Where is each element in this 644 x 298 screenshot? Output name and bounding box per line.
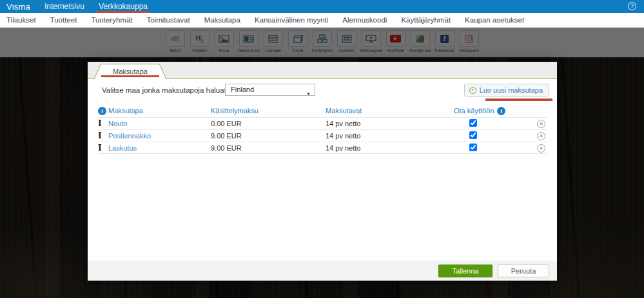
nav-item-kaupan-asetukset[interactable]: Kaupan asetukset xyxy=(465,16,524,24)
help-icon[interactable]: ? xyxy=(628,2,636,10)
nav-item-alennuskoodi[interactable]: Alennuskoodi xyxy=(342,16,387,24)
delete-row-icon[interactable]: ✕ xyxy=(537,132,545,140)
payment-method-link[interactable]: Nouto xyxy=(108,120,211,127)
fee-value: 9.00 EUR xyxy=(211,132,326,140)
save-button[interactable]: Tallenna xyxy=(438,265,493,277)
fee-value: 0.00 EUR xyxy=(211,120,326,127)
enable-checkbox[interactable] xyxy=(469,119,477,127)
fee-value: 9.00 EUR xyxy=(211,144,326,152)
maksutapa-dialog: Maksutapa Valitse maa jonka maksutapoja … xyxy=(88,62,557,281)
create-button-highlight-marker xyxy=(485,98,552,101)
delete-row-icon[interactable]: ✕ xyxy=(537,144,545,153)
terms-value: 14 pv netto xyxy=(326,144,454,152)
col-header-maksutapa: Maksutapa xyxy=(108,107,211,115)
tab-internetsivu[interactable]: Internetsivu xyxy=(44,0,84,13)
dialog-footer: Tallenna Peruuta xyxy=(88,261,557,281)
country-select-value: Finland xyxy=(231,86,254,93)
app-window: Visma Internetsivu Verkkokauppa ? Tilauk… xyxy=(0,0,644,298)
enable-checkbox[interactable] xyxy=(469,131,477,139)
payment-method-link[interactable]: Postiennakko xyxy=(108,132,211,140)
drag-handle-icon[interactable]: I xyxy=(98,144,108,153)
dialog-tabstrip: Maksutapa xyxy=(88,62,557,79)
payment-methods-table: i Maksutapa Käsittelymaksu Maksutavat Ot… xyxy=(98,104,547,154)
terms-value: 14 pv netto xyxy=(326,120,454,127)
info-icon[interactable]: i xyxy=(497,107,505,115)
tab-verkkokauppa[interactable]: Verkkokauppa xyxy=(99,0,148,13)
tab-maksutapa[interactable]: Maksutapa xyxy=(94,64,166,79)
terms-value: 14 pv netto xyxy=(326,132,454,140)
country-select[interactable]: Finland ▼ xyxy=(225,84,315,96)
nav-item-kayttajaryhmat[interactable]: Käyttäjäryhmät xyxy=(401,16,451,24)
plus-icon: + xyxy=(469,87,476,94)
nav-item-maksutapa[interactable]: Maksutapa xyxy=(204,16,240,24)
info-icon[interactable]: i xyxy=(98,107,106,115)
nav-item-tuotteet[interactable]: Tuotteet xyxy=(50,16,77,24)
nav-item-tilaukset[interactable]: Tilaukset xyxy=(6,16,36,24)
table-row-nouto: I Nouto 0.00 EUR 14 pv netto ✕ xyxy=(98,117,547,129)
col-header-kasittelymaksu: Käsittelymaksu xyxy=(211,107,326,115)
cancel-button[interactable]: Peruuta xyxy=(498,265,549,277)
payment-method-link[interactable]: Laskutus xyxy=(108,144,211,152)
create-payment-method-button[interactable]: + Luo uusi maksutapa xyxy=(464,84,549,97)
enable-checkbox[interactable] xyxy=(469,144,477,151)
table-header-row: i Maksutapa Käsittelymaksu Maksutavat Ot… xyxy=(98,104,547,117)
table-row-laskutus: I Laskutus 9.00 EUR 14 pv netto ✕ xyxy=(98,142,547,154)
brand-visma[interactable]: Visma xyxy=(6,2,30,12)
top-bar: Visma Internetsivu Verkkokauppa ? xyxy=(0,0,644,13)
nav-item-kansainvalinen-myynti[interactable]: Kansainvälinen myynti xyxy=(255,16,328,24)
tab-highlight-marker xyxy=(101,75,159,78)
main-nav: Tilaukset Tuotteet Tuoteryhmät Toimitust… xyxy=(0,13,644,28)
drag-handle-icon[interactable]: I xyxy=(98,119,108,128)
col-header-ota-kayttoon: Ota käyttöön i xyxy=(454,107,526,115)
drag-handle-icon[interactable]: I xyxy=(98,131,108,140)
table-row-postiennakko: I Postiennakko 9.00 EUR 14 pv netto ✕ xyxy=(98,129,547,142)
delete-row-icon[interactable]: ✕ xyxy=(537,120,545,128)
col-header-maksutavat: Maksutavat xyxy=(326,107,454,115)
nav-item-tuoteryhmat[interactable]: Tuoteryhmät xyxy=(91,16,132,24)
nav-item-toimitustavat[interactable]: Toimitustavat xyxy=(147,16,190,24)
chevron-down-icon: ▼ xyxy=(306,88,311,99)
